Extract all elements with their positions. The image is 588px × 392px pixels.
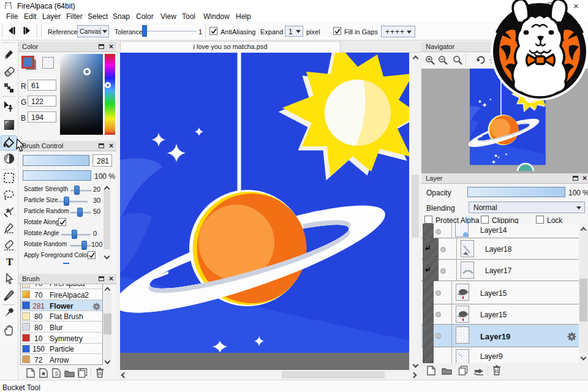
svg-text:S: S [55,371,59,377]
svg-text:T: T [6,256,13,267]
